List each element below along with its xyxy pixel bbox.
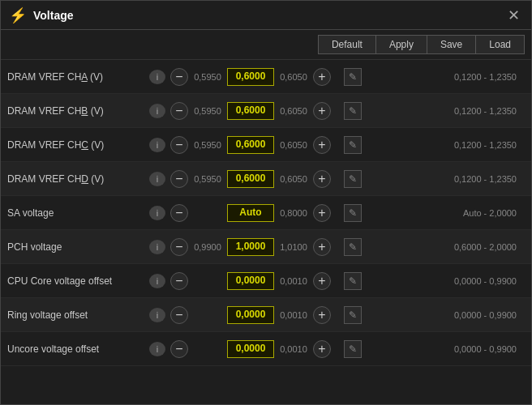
dec-button-dram-vref-chb[interactable]: − (170, 102, 188, 120)
info-button-sa-voltage[interactable]: i (149, 206, 165, 220)
edit-button-cpu-core-offset[interactable]: ✎ (344, 272, 362, 290)
title-bar: ⚡ Voltage ✕ (1, 1, 531, 30)
info-button-pch-voltage[interactable]: i (149, 240, 165, 254)
dec-button-pch-voltage[interactable]: − (170, 238, 188, 256)
row-dram-vref-chd: DRAM VREF CHD (V)i−0,59500,60000,6050+✎0… (1, 162, 531, 196)
controls-dram-vref-cha: −0,59500,60000,6050+ (170, 68, 341, 86)
info-button-uncore-offset[interactable]: i (149, 342, 165, 356)
info-button-dram-vref-chd[interactable]: i (149, 172, 165, 186)
controls-uncore-offset: −0,00000,0010+ (170, 340, 341, 358)
label-dram-vref-chb: DRAM VREF CHB (V) (7, 105, 149, 117)
right-val-uncore-offset: 0,0010 (277, 344, 311, 354)
label-dram-vref-chd: DRAM VREF CHD (V) (7, 173, 149, 185)
inc-button-uncore-offset[interactable]: + (313, 340, 331, 358)
edit-button-uncore-offset[interactable]: ✎ (344, 340, 362, 358)
toolbar: Default Apply Save Load (1, 30, 531, 60)
row-pch-voltage: PCH voltagei−0,99001,00001,0100+✎0,6000 … (1, 230, 531, 264)
default-button[interactable]: Default (318, 35, 376, 54)
lightning-icon: ⚡ (9, 6, 27, 24)
range-dram-vref-chd: 0,1200 - 1,2350 (362, 174, 525, 184)
dec-button-dram-vref-cha[interactable]: − (170, 68, 188, 86)
row-cpu-core-offset: CPU Core voltage offseti−0,00000,0010+✎0… (1, 264, 531, 298)
range-pch-voltage: 0,6000 - 2,0000 (362, 242, 525, 252)
right-val-cpu-core-offset: 0,0010 (277, 276, 311, 286)
label-uncore-offset: Uncore voltage offset (7, 343, 149, 355)
edit-button-dram-vref-cha[interactable]: ✎ (344, 68, 362, 86)
inc-button-pch-voltage[interactable]: + (313, 238, 331, 256)
info-button-dram-vref-chb[interactable]: i (149, 104, 165, 118)
range-dram-vref-cha: 0,1200 - 1,2350 (362, 72, 525, 82)
close-button[interactable]: ✕ (504, 6, 523, 24)
main-val-sa-voltage[interactable]: Auto (227, 204, 274, 222)
right-val-sa-voltage: 0,8000 (277, 208, 311, 218)
edit-button-pch-voltage[interactable]: ✎ (344, 238, 362, 256)
controls-dram-vref-chc: −0,59500,60000,6050+ (170, 136, 341, 154)
main-val-cpu-core-offset[interactable]: 0,0000 (227, 272, 274, 290)
range-dram-vref-chb: 0,1200 - 1,2350 (362, 106, 525, 116)
controls-ring-offset: −0,00000,0010+ (170, 306, 341, 324)
right-val-dram-vref-cha: 0,6050 (277, 72, 311, 82)
controls-dram-vref-chb: −0,59500,60000,6050+ (170, 102, 341, 120)
save-button[interactable]: Save (427, 35, 476, 54)
edit-button-dram-vref-chc[interactable]: ✎ (344, 136, 362, 154)
label-cpu-core-offset: CPU Core voltage offset (7, 275, 149, 287)
rows-container: DRAM VREF CHA (V)i−0,59500,60000,6050+✎0… (1, 60, 531, 404)
label-dram-vref-cha: DRAM VREF CHA (V) (7, 71, 149, 83)
right-val-ring-offset: 0,0010 (277, 310, 311, 320)
main-val-dram-vref-chb[interactable]: 0,6000 (227, 102, 274, 120)
right-val-pch-voltage: 1,0100 (277, 242, 311, 252)
info-button-dram-vref-cha[interactable]: i (149, 70, 165, 84)
row-dram-vref-cha: DRAM VREF CHA (V)i−0,59500,60000,6050+✎0… (1, 60, 531, 94)
edit-button-ring-offset[interactable]: ✎ (344, 306, 362, 324)
info-button-cpu-core-offset[interactable]: i (149, 274, 165, 288)
edit-button-dram-vref-chd[interactable]: ✎ (344, 170, 362, 188)
info-button-ring-offset[interactable]: i (149, 308, 165, 322)
main-val-dram-vref-cha[interactable]: 0,6000 (227, 68, 274, 86)
load-button[interactable]: Load (476, 35, 525, 54)
row-dram-vref-chc: DRAM VREF CHC (V)i−0,59500,60000,6050+✎0… (1, 128, 531, 162)
right-val-dram-vref-chd: 0,6050 (277, 174, 311, 184)
controls-cpu-core-offset: −0,00000,0010+ (170, 272, 341, 290)
main-val-ring-offset[interactable]: 0,0000 (227, 306, 274, 324)
left-val-dram-vref-cha: 0,5950 (191, 72, 225, 82)
edit-button-sa-voltage[interactable]: ✎ (344, 204, 362, 222)
left-val-pch-voltage: 0,9900 (191, 242, 225, 252)
controls-sa-voltage: −Auto0,8000+ (170, 204, 341, 222)
range-dram-vref-chc: 0,1200 - 1,2350 (362, 140, 525, 150)
dec-button-dram-vref-chc[interactable]: − (170, 136, 188, 154)
label-ring-offset: Ring voltage offset (7, 309, 149, 321)
inc-button-sa-voltage[interactable]: + (313, 204, 331, 222)
range-uncore-offset: 0,0000 - 0,9900 (362, 344, 525, 354)
main-val-pch-voltage[interactable]: 1,0000 (227, 238, 274, 256)
left-val-dram-vref-chd: 0,5950 (191, 174, 225, 184)
dec-button-sa-voltage[interactable]: − (170, 204, 188, 222)
inc-button-dram-vref-chc[interactable]: + (313, 136, 331, 154)
inc-button-dram-vref-chd[interactable]: + (313, 170, 331, 188)
controls-pch-voltage: −0,99001,00001,0100+ (170, 238, 341, 256)
main-val-dram-vref-chd[interactable]: 0,6000 (227, 170, 274, 188)
label-dram-vref-chc: DRAM VREF CHC (V) (7, 139, 149, 151)
edit-button-dram-vref-chb[interactable]: ✎ (344, 102, 362, 120)
row-dram-vref-chb: DRAM VREF CHB (V)i−0,59500,60000,6050+✎0… (1, 94, 531, 128)
apply-button[interactable]: Apply (376, 35, 427, 54)
left-val-dram-vref-chb: 0,5950 (191, 106, 225, 116)
dec-button-ring-offset[interactable]: − (170, 306, 188, 324)
main-val-dram-vref-chc[interactable]: 0,6000 (227, 136, 274, 154)
title-bar-left: ⚡ Voltage (9, 6, 74, 24)
inc-button-dram-vref-cha[interactable]: + (313, 68, 331, 86)
inc-button-ring-offset[interactable]: + (313, 306, 331, 324)
dec-button-dram-vref-chd[interactable]: − (170, 170, 188, 188)
row-sa-voltage: SA voltagei−Auto0,8000+✎Auto - 2,0000 (1, 196, 531, 230)
info-button-dram-vref-chc[interactable]: i (149, 138, 165, 152)
main-val-uncore-offset[interactable]: 0,0000 (227, 340, 274, 358)
dec-button-cpu-core-offset[interactable]: − (170, 272, 188, 290)
range-ring-offset: 0,0000 - 0,9900 (362, 310, 525, 320)
label-pch-voltage: PCH voltage (7, 241, 149, 253)
row-ring-offset: Ring voltage offseti−0,00000,0010+✎0,000… (1, 298, 531, 332)
dec-button-uncore-offset[interactable]: − (170, 340, 188, 358)
inc-button-dram-vref-chb[interactable]: + (313, 102, 331, 120)
controls-dram-vref-chd: −0,59500,60000,6050+ (170, 170, 341, 188)
left-val-dram-vref-chc: 0,5950 (191, 140, 225, 150)
window-title: Voltage (33, 9, 74, 22)
inc-button-cpu-core-offset[interactable]: + (313, 272, 331, 290)
